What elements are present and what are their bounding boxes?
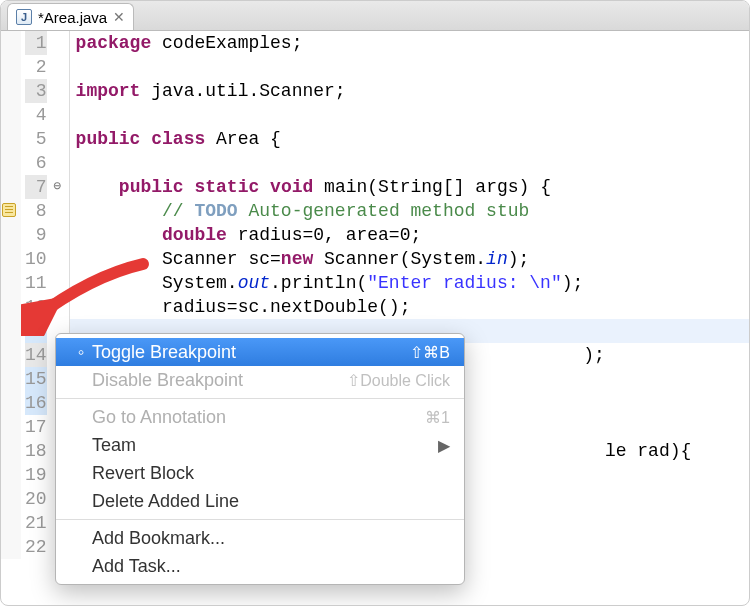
code-line[interactable]: System.out.println("Enter radius: \n");: [76, 271, 692, 295]
tab-area-java[interactable]: J *Area.java ✕: [7, 3, 134, 30]
line-number[interactable]: 20: [25, 487, 47, 511]
line-number[interactable]: 15: [25, 367, 47, 391]
line-number[interactable]: 5: [25, 127, 47, 151]
code-line[interactable]: [76, 151, 692, 175]
code-line[interactable]: public class Area {: [76, 127, 692, 151]
marker-cell[interactable]: [1, 295, 21, 319]
line-number[interactable]: 10: [25, 247, 47, 271]
marker-cell[interactable]: [1, 535, 21, 559]
menu-item-label: Add Task...: [92, 556, 450, 577]
menu-item-shortcut: ⇧⌘B: [410, 343, 450, 362]
marker-cell[interactable]: [1, 367, 21, 391]
marker-cell[interactable]: [1, 343, 21, 367]
line-number[interactable]: 12: [25, 295, 47, 319]
code-line[interactable]: radius=sc.nextDouble();: [76, 295, 692, 319]
menu-item-delete-added[interactable]: Delete Added Line: [56, 487, 464, 515]
code-line[interactable]: package codeExamples;: [76, 31, 692, 55]
menu-item-label: Delete Added Line: [92, 491, 450, 512]
marker-cell[interactable]: [1, 511, 21, 535]
marker-cell[interactable]: [1, 463, 21, 487]
line-number[interactable]: 8: [25, 199, 47, 223]
fold-cell[interactable]: [53, 55, 69, 79]
fold-cell[interactable]: [53, 223, 69, 247]
menu-item-team[interactable]: Team▶: [56, 431, 464, 459]
menu-item-label: Go to Annotation: [92, 407, 425, 428]
line-number[interactable]: 22: [25, 535, 47, 559]
context-menu: ◦Toggle Breakpoint⇧⌘BDisable Breakpoint⇧…: [55, 333, 465, 585]
breakpoint-icon: ◦: [70, 342, 92, 363]
marker-cell[interactable]: [1, 487, 21, 511]
menu-item-label: Team: [92, 435, 438, 456]
line-numbers[interactable]: 12345678910111213141516171819202122: [21, 31, 53, 559]
fold-cell[interactable]: [53, 295, 69, 319]
java-file-icon: J: [16, 9, 32, 25]
line-number[interactable]: 9: [25, 223, 47, 247]
marker-cell[interactable]: [1, 79, 21, 103]
line-number[interactable]: 3: [25, 79, 47, 103]
marker-cell[interactable]: [1, 103, 21, 127]
line-number[interactable]: 13: [25, 319, 47, 343]
task-marker-icon: [2, 203, 16, 217]
close-icon[interactable]: ✕: [113, 9, 125, 25]
marker-cell[interactable]: [1, 31, 21, 55]
marker-cell[interactable]: [1, 127, 21, 151]
menu-item-toggle-bp[interactable]: ◦Toggle Breakpoint⇧⌘B: [56, 338, 464, 366]
fold-cell[interactable]: [53, 79, 69, 103]
marker-cell[interactable]: [1, 175, 21, 199]
line-number[interactable]: 2: [25, 55, 47, 79]
fold-cell[interactable]: [53, 151, 69, 175]
marker-cell[interactable]: [1, 271, 21, 295]
code-line[interactable]: [76, 103, 692, 127]
tab-title: *Area.java: [38, 9, 107, 26]
menu-item-task[interactable]: Add Task...: [56, 552, 464, 580]
submenu-arrow-icon: ▶: [438, 436, 450, 455]
fold-cell[interactable]: [53, 199, 69, 223]
marker-cell[interactable]: [1, 55, 21, 79]
tab-bar: J *Area.java ✕: [1, 1, 749, 31]
menu-item-label: Toggle Breakpoint: [92, 342, 410, 363]
fold-cell[interactable]: [53, 103, 69, 127]
marker-cell[interactable]: [1, 415, 21, 439]
menu-item-shortcut: ⌘1: [425, 408, 450, 427]
menu-item-shortcut: ⇧Double Click: [347, 371, 450, 390]
line-number[interactable]: 17: [25, 415, 47, 439]
line-number[interactable]: 14: [25, 343, 47, 367]
code-line[interactable]: // TODO Auto-generated method stub: [76, 199, 692, 223]
marker-cell[interactable]: [1, 319, 21, 343]
menu-separator: [56, 519, 464, 520]
menu-item-bookmark[interactable]: Add Bookmark...: [56, 524, 464, 552]
menu-item-label: Disable Breakpoint: [92, 370, 347, 391]
line-number[interactable]: 1: [25, 31, 47, 55]
code-line[interactable]: import java.util.Scanner;: [76, 79, 692, 103]
code-line[interactable]: Scanner sc=new Scanner(System.in);: [76, 247, 692, 271]
menu-item-go-anno: Go to Annotation⌘1: [56, 403, 464, 431]
code-line[interactable]: [76, 55, 692, 79]
fold-cell[interactable]: [53, 271, 69, 295]
fold-cell[interactable]: [53, 127, 69, 151]
fold-toggle-icon[interactable]: [53, 175, 69, 199]
marker-column[interactable]: [1, 31, 21, 559]
line-number[interactable]: 7: [25, 175, 47, 199]
line-number[interactable]: 18: [25, 439, 47, 463]
marker-cell[interactable]: [1, 391, 21, 415]
line-number[interactable]: 6: [25, 151, 47, 175]
line-number[interactable]: 19: [25, 463, 47, 487]
code-line[interactable]: public static void main(String[] args) {: [76, 175, 692, 199]
fold-cell[interactable]: [53, 31, 69, 55]
line-number[interactable]: 11: [25, 271, 47, 295]
menu-item-label: Revert Block: [92, 463, 450, 484]
menu-item-label: Add Bookmark...: [92, 528, 450, 549]
marker-cell[interactable]: [1, 199, 21, 223]
menu-separator: [56, 398, 464, 399]
line-number[interactable]: 16: [25, 391, 47, 415]
marker-cell[interactable]: [1, 247, 21, 271]
marker-cell[interactable]: [1, 223, 21, 247]
marker-cell[interactable]: [1, 439, 21, 463]
fold-cell[interactable]: [53, 247, 69, 271]
menu-item-revert[interactable]: Revert Block: [56, 459, 464, 487]
line-number[interactable]: 4: [25, 103, 47, 127]
line-number[interactable]: 21: [25, 511, 47, 535]
code-line[interactable]: double radius=0, area=0;: [76, 223, 692, 247]
marker-cell[interactable]: [1, 151, 21, 175]
menu-item-disable-bp: Disable Breakpoint⇧Double Click: [56, 366, 464, 394]
